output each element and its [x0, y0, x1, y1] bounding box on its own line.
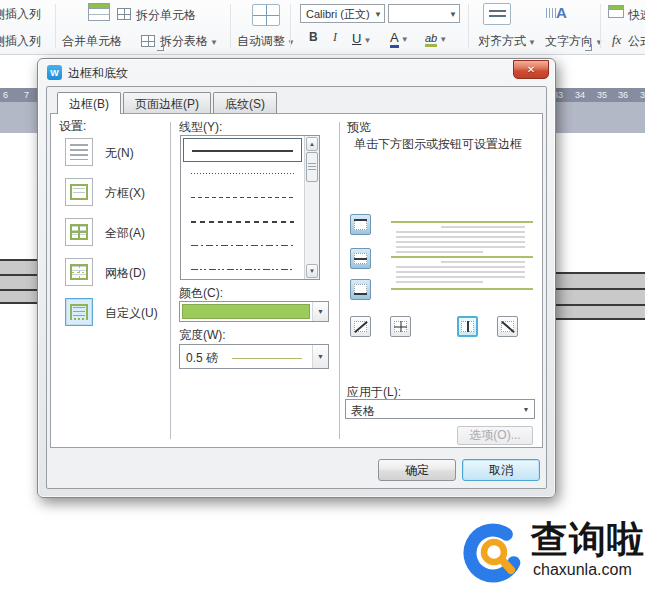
diagonal-up-border-icon	[354, 321, 367, 332]
options-button[interactable]: 选项(O)...	[457, 426, 533, 445]
setting-option-grid[interactable]: 网格(D)	[65, 258, 169, 288]
chevron-down-icon: ▼	[210, 38, 218, 47]
setting-option-box[interactable]: 方框(X)	[65, 178, 169, 208]
merge-cells-icon[interactable]	[88, 3, 110, 21]
scrollbar-thumb[interactable]	[306, 152, 318, 182]
text-direction-button[interactable]: 文字方向▼	[545, 33, 603, 50]
inside-horizontal-border-button[interactable]	[350, 248, 371, 269]
line-style-option-dash-dot-dot[interactable]	[183, 258, 302, 282]
ruler-number: 6	[3, 90, 8, 100]
preview-hint: 单击下方图示或按钮可设置边框	[354, 136, 522, 153]
chevron-down-icon: ▼	[595, 38, 603, 47]
inside-borders-button[interactable]	[390, 316, 411, 337]
align-button[interactable]: 对齐方式▼	[478, 33, 536, 50]
insert-column-left-button[interactable]: 侧插入列	[0, 6, 41, 23]
cancel-button[interactable]: 取消	[462, 459, 540, 481]
chevron-down-icon: ▼	[449, 10, 457, 19]
dialog-titlebar[interactable]: W 边框和底纹 ✕	[38, 59, 555, 86]
split-table-icon	[141, 35, 155, 47]
border-custom-icon	[65, 298, 93, 326]
line-style-option-dash-dot[interactable]	[183, 234, 302, 258]
highlight-color-button[interactable]: ab▼	[425, 31, 447, 45]
line-style-option-solid[interactable]	[183, 138, 302, 162]
close-icon: ✕	[527, 64, 535, 75]
setting-label: 全部(A)	[105, 225, 145, 242]
underline-button[interactable]: U▼	[352, 31, 371, 46]
setting-option-all[interactable]: 全部(A)	[65, 218, 169, 248]
width-label: 宽度(W):	[179, 327, 226, 344]
preview-text-line	[396, 251, 483, 253]
ruler-number: 3	[640, 90, 645, 100]
borders-tab-panel: 设置: 无(N) 方框(X) 全部(A) 网格(D)	[50, 113, 543, 448]
italic-button[interactable]: I	[333, 30, 337, 45]
diagonal-up-border-button[interactable]	[350, 316, 371, 337]
document-table-fragment	[556, 272, 645, 320]
tab-page-border[interactable]: 页面边框(P)	[123, 92, 211, 113]
bottom-border-button[interactable]	[350, 279, 371, 300]
border-preview-diagram[interactable]	[391, 211, 533, 303]
auto-fit-button[interactable]: 自动调整▼	[237, 33, 295, 50]
font-size-select[interactable]: ▼	[388, 4, 460, 23]
panel-divider	[170, 122, 171, 439]
scroll-down-button[interactable]: ▼	[306, 264, 318, 278]
split-cells-button[interactable]: 拆分单元格	[136, 7, 196, 24]
bottom-border-icon	[354, 284, 367, 295]
ok-button[interactable]: 确定	[378, 459, 456, 481]
width-select[interactable]: 0.5 磅 ▼	[179, 344, 329, 369]
tab-shading[interactable]: 底纹(S)	[213, 92, 277, 113]
top-border-button[interactable]	[350, 214, 371, 235]
color-select[interactable]: ▼	[179, 301, 329, 322]
chevron-down-icon: ▼	[312, 302, 328, 321]
font-color-button[interactable]: A▼	[390, 31, 409, 45]
line-style-option-bold-dash[interactable]	[183, 210, 302, 234]
chevron-down-icon: ▼	[374, 10, 382, 19]
formula-button[interactable]: 公式	[628, 33, 645, 50]
text-direction-icon[interactable]: A	[556, 4, 567, 21]
watermark-title: 查询啦	[531, 515, 645, 565]
line-style-option-dashed[interactable]	[183, 186, 302, 210]
dialog-client-area: 边框(B) 页面边框(P) 底纹(S) 设置: 无(N) 方框(X) 全部(A)	[46, 86, 547, 489]
dialog-launcher-icon[interactable]	[157, 44, 164, 51]
bold-button[interactable]: B	[309, 30, 318, 44]
setting-option-custom[interactable]: 自定义(U)	[65, 298, 169, 328]
group-divider	[600, 4, 601, 48]
ruler-number: 34	[575, 90, 585, 100]
diagonal-down-border-button[interactable]	[497, 316, 518, 337]
width-value: 0.5 磅	[186, 350, 218, 367]
preview-text-line	[396, 236, 525, 238]
split-table-button[interactable]: 拆分表格▼	[160, 33, 218, 50]
wps-app-icon: W	[47, 65, 62, 80]
group-divider	[230, 4, 231, 48]
listbox-scrollbar[interactable]: ▲ ▼	[304, 136, 319, 279]
quick-calc-button[interactable]: 快速	[628, 7, 645, 24]
auto-fit-icon[interactable]	[252, 4, 280, 26]
preview-inside-border-line	[391, 256, 533, 258]
preview-label: 预览	[347, 119, 371, 136]
border-all-icon	[65, 218, 93, 246]
inside-vertical-border-button[interactable]	[457, 316, 478, 337]
align-icon[interactable]	[483, 3, 511, 25]
inside-vertical-border-icon	[461, 321, 474, 332]
insert-column-right-button[interactable]: 侧插入列	[0, 33, 41, 50]
setting-option-none[interactable]: 无(N)	[65, 138, 169, 168]
dialog-launcher-icon[interactable]	[585, 44, 592, 51]
line-style-option-dotted[interactable]	[183, 162, 302, 186]
apply-to-select[interactable]: 表格 ▼	[345, 399, 535, 419]
tab-borders[interactable]: 边框(B)	[57, 92, 121, 114]
group-divider	[468, 4, 469, 48]
setting-label: 无(N)	[105, 145, 134, 162]
formula-fx-icon: fx	[612, 32, 621, 48]
preview-top-border-line	[391, 221, 533, 223]
close-button[interactable]: ✕	[513, 60, 549, 79]
preview-text-line	[441, 226, 525, 228]
chevron-down-icon: ▼	[528, 38, 536, 47]
setting-label: 自定义(U)	[105, 305, 158, 322]
border-box-icon	[65, 178, 93, 206]
merge-cells-button[interactable]: 合并单元格	[62, 33, 122, 50]
group-divider	[55, 4, 56, 48]
font-name-select[interactable]: Calibri (正文)▼	[300, 4, 385, 23]
panel-divider	[339, 122, 340, 439]
document-table-fragment	[0, 259, 37, 304]
scroll-up-button[interactable]: ▲	[306, 137, 318, 151]
preview-text-line	[396, 271, 525, 273]
